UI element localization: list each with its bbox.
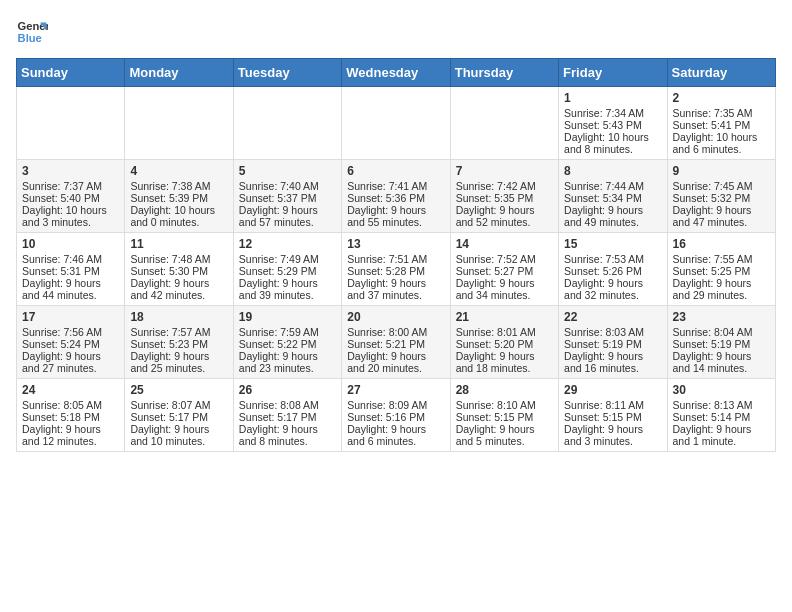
day-number: 5 [239,164,336,178]
calendar-cell [450,87,558,160]
calendar-header-row: SundayMondayTuesdayWednesdayThursdayFrid… [17,59,776,87]
weekday-header: Sunday [17,59,125,87]
day-number: 17 [22,310,119,324]
day-info: Daylight: 10 hours and 6 minutes. [673,131,770,155]
day-info: Daylight: 9 hours and 25 minutes. [130,350,227,374]
day-number: 29 [564,383,661,397]
day-info: Sunset: 5:36 PM [347,192,444,204]
calendar-cell: 16Sunrise: 7:55 AMSunset: 5:25 PMDayligh… [667,233,775,306]
calendar-cell: 29Sunrise: 8:11 AMSunset: 5:15 PMDayligh… [559,379,667,452]
day-info: Daylight: 9 hours and 20 minutes. [347,350,444,374]
day-info: Sunrise: 7:52 AM [456,253,553,265]
calendar-cell: 25Sunrise: 8:07 AMSunset: 5:17 PMDayligh… [125,379,233,452]
day-info: Sunset: 5:37 PM [239,192,336,204]
day-info: Sunset: 5:15 PM [564,411,661,423]
calendar-cell [17,87,125,160]
day-number: 19 [239,310,336,324]
weekday-header: Thursday [450,59,558,87]
calendar-week-row: 17Sunrise: 7:56 AMSunset: 5:24 PMDayligh… [17,306,776,379]
day-number: 26 [239,383,336,397]
day-number: 8 [564,164,661,178]
calendar-cell: 27Sunrise: 8:09 AMSunset: 5:16 PMDayligh… [342,379,450,452]
calendar-cell [342,87,450,160]
svg-text:Blue: Blue [18,32,42,44]
day-number: 15 [564,237,661,251]
calendar-week-row: 3Sunrise: 7:37 AMSunset: 5:40 PMDaylight… [17,160,776,233]
day-info: Sunrise: 8:08 AM [239,399,336,411]
day-info: Daylight: 9 hours and 32 minutes. [564,277,661,301]
day-info: Daylight: 10 hours and 0 minutes. [130,204,227,228]
day-info: Daylight: 9 hours and 1 minute. [673,423,770,447]
day-info: Sunset: 5:29 PM [239,265,336,277]
calendar-cell: 8Sunrise: 7:44 AMSunset: 5:34 PMDaylight… [559,160,667,233]
day-info: Sunrise: 7:49 AM [239,253,336,265]
day-info: Sunrise: 7:40 AM [239,180,336,192]
day-info: Daylight: 9 hours and 49 minutes. [564,204,661,228]
page-header: General Blue [16,16,776,48]
day-info: Sunrise: 8:00 AM [347,326,444,338]
day-number: 7 [456,164,553,178]
calendar-cell: 19Sunrise: 7:59 AMSunset: 5:22 PMDayligh… [233,306,341,379]
day-info: Sunrise: 8:07 AM [130,399,227,411]
day-info: Sunset: 5:43 PM [564,119,661,131]
day-info: Sunset: 5:19 PM [673,338,770,350]
day-number: 10 [22,237,119,251]
calendar-week-row: 1Sunrise: 7:34 AMSunset: 5:43 PMDaylight… [17,87,776,160]
day-info: Sunset: 5:22 PM [239,338,336,350]
day-info: Sunset: 5:39 PM [130,192,227,204]
day-info: Sunrise: 7:46 AM [22,253,119,265]
day-info: Daylight: 9 hours and 16 minutes. [564,350,661,374]
day-info: Daylight: 9 hours and 44 minutes. [22,277,119,301]
day-info: Daylight: 10 hours and 8 minutes. [564,131,661,155]
day-info: Sunrise: 7:34 AM [564,107,661,119]
day-number: 1 [564,91,661,105]
calendar-week-row: 24Sunrise: 8:05 AMSunset: 5:18 PMDayligh… [17,379,776,452]
weekday-header: Friday [559,59,667,87]
day-info: Daylight: 9 hours and 12 minutes. [22,423,119,447]
day-info: Sunrise: 7:57 AM [130,326,227,338]
day-info: Sunrise: 7:48 AM [130,253,227,265]
day-info: Sunset: 5:23 PM [130,338,227,350]
day-number: 6 [347,164,444,178]
weekday-header: Tuesday [233,59,341,87]
day-info: Daylight: 9 hours and 52 minutes. [456,204,553,228]
day-number: 30 [673,383,770,397]
calendar-cell: 4Sunrise: 7:38 AMSunset: 5:39 PMDaylight… [125,160,233,233]
calendar-cell: 9Sunrise: 7:45 AMSunset: 5:32 PMDaylight… [667,160,775,233]
day-info: Daylight: 9 hours and 5 minutes. [456,423,553,447]
day-info: Daylight: 9 hours and 57 minutes. [239,204,336,228]
calendar-cell: 21Sunrise: 8:01 AMSunset: 5:20 PMDayligh… [450,306,558,379]
day-number: 9 [673,164,770,178]
day-info: Sunrise: 7:35 AM [673,107,770,119]
day-info: Daylight: 9 hours and 29 minutes. [673,277,770,301]
calendar-cell: 14Sunrise: 7:52 AMSunset: 5:27 PMDayligh… [450,233,558,306]
calendar-cell: 18Sunrise: 7:57 AMSunset: 5:23 PMDayligh… [125,306,233,379]
day-info: Sunset: 5:25 PM [673,265,770,277]
day-info: Daylight: 9 hours and 34 minutes. [456,277,553,301]
calendar-cell: 20Sunrise: 8:00 AMSunset: 5:21 PMDayligh… [342,306,450,379]
day-info: Sunset: 5:17 PM [239,411,336,423]
day-number: 23 [673,310,770,324]
day-info: Daylight: 9 hours and 55 minutes. [347,204,444,228]
day-info: Sunrise: 7:55 AM [673,253,770,265]
day-info: Sunset: 5:30 PM [130,265,227,277]
day-info: Sunset: 5:16 PM [347,411,444,423]
day-info: Sunset: 5:35 PM [456,192,553,204]
day-info: Sunset: 5:15 PM [456,411,553,423]
day-number: 20 [347,310,444,324]
day-info: Sunrise: 7:56 AM [22,326,119,338]
day-info: Sunset: 5:18 PM [22,411,119,423]
day-info: Sunset: 5:24 PM [22,338,119,350]
day-number: 14 [456,237,553,251]
day-info: Sunset: 5:32 PM [673,192,770,204]
day-info: Daylight: 9 hours and 8 minutes. [239,423,336,447]
day-info: Sunrise: 8:09 AM [347,399,444,411]
day-info: Sunrise: 8:05 AM [22,399,119,411]
calendar-cell: 28Sunrise: 8:10 AMSunset: 5:15 PMDayligh… [450,379,558,452]
day-number: 28 [456,383,553,397]
day-number: 24 [22,383,119,397]
day-number: 13 [347,237,444,251]
day-info: Daylight: 9 hours and 3 minutes. [564,423,661,447]
day-info: Sunset: 5:26 PM [564,265,661,277]
day-info: Daylight: 9 hours and 27 minutes. [22,350,119,374]
